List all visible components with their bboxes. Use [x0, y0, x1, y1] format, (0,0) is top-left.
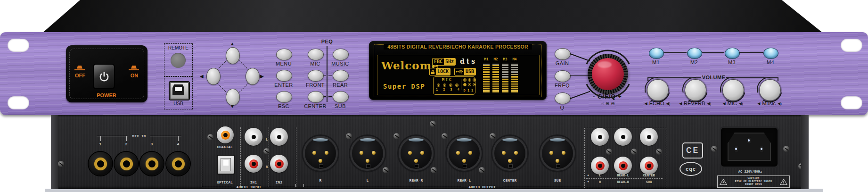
- led-link: [702, 52, 724, 53]
- dts-logo: dts: [460, 58, 477, 65]
- xlr-output-l[interactable]: [350, 136, 385, 171]
- audio-input-tick: [202, 184, 202, 187]
- gfq-knob[interactable]: [588, 54, 628, 94]
- optical-input[interactable]: [217, 155, 235, 175]
- mic-channel-numbers: 1234: [436, 88, 459, 92]
- reverb-volume-knob[interactable]: [685, 79, 706, 101]
- peq-connector: [328, 75, 332, 76]
- mic-in-jack-4[interactable]: [166, 152, 190, 175]
- screw: [383, 167, 389, 173]
- gain-button[interactable]: [555, 48, 571, 60]
- freq-button[interactable]: [555, 70, 571, 82]
- peq-music-button[interactable]: [333, 49, 349, 60]
- rca-rear-r-label: REAR-R: [612, 180, 634, 184]
- power-on-label: ON: [126, 73, 143, 78]
- xlr-output-center[interactable]: [492, 136, 527, 171]
- mic4-number: 4: [176, 142, 180, 146]
- speaker-loud-icon: ◀): [778, 101, 782, 106]
- mic-in-jack-2[interactable]: [115, 152, 138, 175]
- enter-button[interactable]: [276, 70, 292, 82]
- rca-out-sub[interactable]: [640, 157, 658, 175]
- remote-box: REMOTE: [164, 43, 193, 77]
- screw: [431, 167, 437, 173]
- peq-sub-label: SUB: [324, 103, 357, 109]
- rca-out-rear-r[interactable]: [614, 157, 632, 175]
- xlr-output-rear-l[interactable]: [447, 136, 482, 171]
- nav-left-button[interactable]: [206, 68, 221, 85]
- nav-right-button[interactable]: [246, 68, 260, 85]
- audio-input-rule: [202, 187, 231, 187]
- in1-left-rca[interactable]: [245, 128, 262, 146]
- q-button[interactable]: [555, 92, 571, 104]
- caution-box: CAUTION RISK OF ELECTRIC SHOCK DONOT OPE…: [717, 175, 790, 188]
- screw: [479, 167, 485, 173]
- mic-group-label: MIC: [435, 77, 459, 82]
- audio-input-rule: [267, 187, 296, 187]
- rack-hole: [841, 96, 862, 109]
- mic-volume-knob[interactable]: [722, 79, 744, 101]
- usb-badge: USB: [454, 68, 476, 75]
- screw: [207, 134, 213, 140]
- karaoke-processor-photo: OFF ON POWER REMOTE USB: [0, 0, 868, 192]
- rca-out-rear-l[interactable]: [614, 128, 632, 146]
- power-button[interactable]: [93, 64, 115, 89]
- xlr-output-r[interactable]: [303, 136, 338, 171]
- mic-in-jack-3[interactable]: [140, 152, 164, 175]
- usb-trident-icon: [455, 68, 464, 75]
- peq-mic-button[interactable]: [308, 49, 324, 60]
- rca-out-r[interactable]: [591, 157, 609, 175]
- table-surface: [45, 189, 823, 192]
- nav-up-button[interactable]: [226, 47, 240, 64]
- peq-rear-button[interactable]: [333, 70, 349, 82]
- chassis-top: [43, 0, 822, 32]
- meter-m4: M4: [511, 57, 518, 92]
- usb-port[interactable]: [169, 81, 190, 100]
- screw: [442, 133, 448, 139]
- gfq-hint-icons: ☝ ⊕ ⊖: [593, 101, 622, 106]
- rca-rear-l-label: REAR-L: [612, 174, 634, 177]
- lock-icon: [430, 68, 436, 75]
- nav-down-button[interactable]: [226, 89, 240, 106]
- screw: [263, 148, 270, 154]
- ac-inlet[interactable]: [720, 126, 779, 168]
- rca-out-center[interactable]: [640, 128, 658, 146]
- echo-volume-knob[interactable]: [647, 79, 669, 101]
- mic-in-tick: [152, 136, 152, 141]
- screw: [393, 133, 400, 139]
- audio-input-tick: [295, 184, 296, 187]
- menu-button[interactable]: [276, 49, 292, 60]
- lock-badge: LOCK: [429, 68, 450, 75]
- m3-led-label: M3: [720, 59, 744, 65]
- mic-in-bracket: [150, 136, 181, 136]
- music-knob-label: ◀ Music ◀): [752, 100, 787, 106]
- coaxial-input[interactable]: [217, 126, 234, 143]
- peq-center-button[interactable]: [308, 91, 324, 103]
- esc-button[interactable]: [276, 91, 292, 103]
- xlr-output-rear-r[interactable]: [399, 136, 434, 171]
- meter-m2: M2: [492, 57, 499, 92]
- xlr-rear-r-label: REAR-R: [397, 178, 435, 183]
- in2-left-rca[interactable]: [270, 128, 288, 146]
- caution-text: CAUTION RISK OF ELECTRIC SHOCK DONOT OPE…: [735, 177, 772, 186]
- peq-rear-label: REAR: [324, 82, 357, 88]
- xlr-center-label: CENTER: [491, 178, 529, 183]
- down-arrow-icon: ▼: [230, 104, 235, 109]
- music-volume-knob[interactable]: [759, 79, 781, 101]
- input-r-label: R: [264, 165, 269, 169]
- in2-label: IN2: [269, 180, 289, 184]
- in1-right-rca[interactable]: [245, 155, 262, 173]
- usb-label: USB: [164, 101, 192, 106]
- echo-knob-label: ◀ ECHO ◀): [639, 100, 675, 106]
- mic-group-divider: [461, 79, 461, 90]
- mic-in-label: MIC IN: [128, 134, 150, 138]
- peq-front-button[interactable]: [308, 70, 324, 82]
- m3-led: [725, 48, 740, 59]
- mic-in-jack-1[interactable]: [89, 152, 112, 175]
- xlr-output-sub[interactable]: [540, 136, 575, 171]
- peq-title: PEQ: [311, 39, 344, 44]
- peq-sub-button[interactable]: [333, 91, 349, 103]
- in2-right-rca[interactable]: [270, 155, 288, 173]
- input-l-label: L: [264, 138, 269, 142]
- rca-r-label: R: [593, 180, 607, 184]
- rca-out-l[interactable]: [591, 128, 609, 146]
